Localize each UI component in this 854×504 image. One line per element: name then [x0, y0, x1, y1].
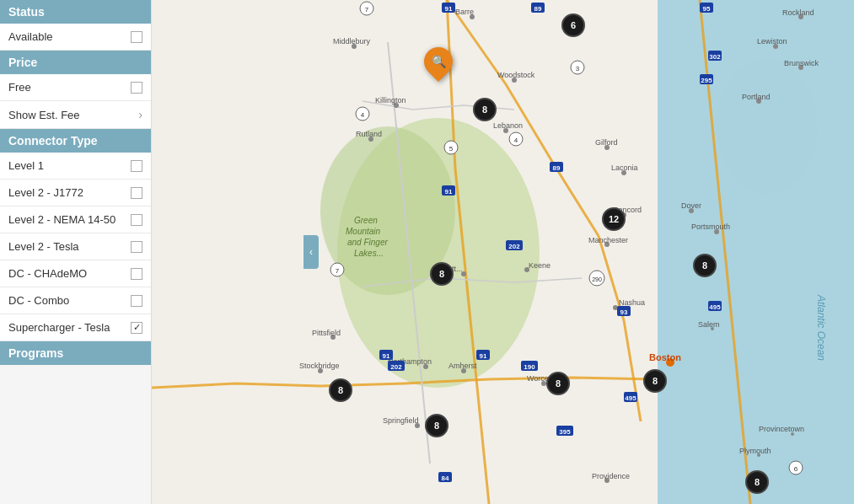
- price-section-header: Price: [0, 51, 151, 74]
- svg-text:Boston: Boston: [649, 352, 681, 362]
- level2-j1772-label: Level 2 - J1772: [8, 186, 83, 199]
- svg-text:Dover: Dover: [681, 201, 701, 210]
- show-est-fee-filter[interactable]: Show Est. Fee ›: [0, 101, 151, 129]
- svg-text:290: 290: [592, 276, 602, 282]
- svg-text:95: 95: [703, 5, 711, 13]
- svg-text:89: 89: [553, 164, 561, 172]
- supercharger-tesla-checkbox[interactable]: [131, 322, 142, 334]
- show-est-fee-label: Show Est. Fee: [8, 109, 80, 121]
- svg-text:4: 4: [361, 111, 365, 119]
- cluster-marker[interactable]: 12: [602, 207, 626, 231]
- svg-text:Gilford: Gilford: [595, 138, 618, 147]
- dc-chademo-checkbox[interactable]: [131, 268, 142, 280]
- svg-text:Lebanon: Lebanon: [493, 121, 523, 130]
- available-checkbox[interactable]: [131, 31, 142, 43]
- svg-text:and Finger: and Finger: [347, 238, 388, 247]
- supercharger-tesla-filter[interactable]: Supercharger - Tesla: [0, 314, 151, 341]
- level2-j1772-filter[interactable]: Level 2 - J1772: [0, 180, 151, 206]
- available-filter[interactable]: Available: [0, 24, 151, 51]
- level2-j1772-checkbox[interactable]: [131, 187, 142, 199]
- free-checkbox[interactable]: [131, 82, 142, 94]
- level1-checkbox[interactable]: [131, 160, 142, 172]
- svg-text:Woodstock: Woodstock: [497, 71, 535, 79]
- svg-text:Portland: Portland: [742, 93, 771, 101]
- level2-tesla-filter[interactable]: Level 2 - Tesla: [0, 233, 151, 260]
- cluster-marker[interactable]: 8: [643, 369, 667, 393]
- svg-text:89: 89: [534, 5, 542, 13]
- cluster-marker[interactable]: 8: [430, 262, 454, 286]
- cluster-marker[interactable]: 6: [561, 13, 585, 37]
- programs-section-header: Programs: [0, 341, 151, 365]
- search-icon: 🔍: [432, 55, 446, 68]
- svg-text:Atlantic Ocean: Atlantic Ocean: [815, 294, 827, 361]
- cluster-marker[interactable]: 8: [425, 414, 448, 437]
- map-background: Middlebury Barre Woodstock Lebanon Killi…: [152, 0, 854, 504]
- svg-text:Brunswick: Brunswick: [784, 59, 819, 67]
- svg-text:4: 4: [514, 137, 518, 144]
- svg-text:302: 302: [709, 53, 721, 61]
- svg-text:295: 295: [701, 77, 712, 84]
- svg-text:Lewiston: Lewiston: [757, 37, 787, 46]
- sidebar-toggle-button[interactable]: ‹: [303, 235, 319, 269]
- cluster-marker[interactable]: 8: [473, 98, 497, 121]
- sidebar: Status Available Price Free Show Est. Fe…: [0, 0, 152, 504]
- svg-text:91: 91: [445, 188, 453, 196]
- svg-text:Middlebury: Middlebury: [333, 37, 371, 46]
- svg-text:3: 3: [576, 65, 580, 72]
- svg-text:7: 7: [336, 267, 340, 275]
- svg-text:Stockbridge: Stockbridge: [299, 362, 340, 370]
- svg-text:Nashua: Nashua: [619, 298, 645, 307]
- svg-text:Plymouth: Plymouth: [739, 447, 771, 455]
- svg-text:Portsmouth: Portsmouth: [691, 223, 730, 231]
- level2-nema1450-filter[interactable]: Level 2 - NEMA 14-50: [0, 206, 151, 233]
- level1-filter[interactable]: Level 1: [0, 153, 151, 180]
- dc-chademo-filter[interactable]: DC - CHAdeMO: [0, 260, 151, 287]
- level2-tesla-checkbox[interactable]: [131, 241, 142, 253]
- free-label: Free: [8, 81, 31, 94]
- svg-text:84: 84: [442, 475, 449, 482]
- svg-text:Killington: Killington: [375, 96, 406, 105]
- svg-text:Laconia: Laconia: [611, 164, 638, 172]
- search-location-pin[interactable]: 🔍: [424, 47, 453, 76]
- level2-tesla-label: Level 2 - Tesla: [8, 240, 79, 253]
- svg-text:Springfield: Springfield: [383, 416, 419, 425]
- svg-text:91: 91: [383, 352, 390, 360]
- level2-nema1450-label: Level 2 - NEMA 14-50: [8, 213, 115, 226]
- connector-type-section-header: Connector Type: [0, 129, 151, 153]
- svg-text:190: 190: [524, 363, 535, 371]
- cluster-marker[interactable]: 8: [745, 470, 769, 494]
- dc-combo-checkbox[interactable]: [131, 295, 142, 307]
- show-est-fee-arrow: ›: [138, 108, 142, 121]
- dc-chademo-label: DC - CHAdeMO: [8, 267, 87, 280]
- map-container[interactable]: Middlebury Barre Woodstock Lebanon Killi…: [152, 0, 854, 504]
- dc-combo-filter[interactable]: DC - Combo: [0, 287, 151, 314]
- svg-text:Barre: Barre: [455, 8, 474, 16]
- svg-point-3: [717, 59, 818, 194]
- svg-text:93: 93: [620, 308, 628, 316]
- svg-text:91: 91: [480, 352, 487, 360]
- svg-text:495: 495: [709, 303, 721, 311]
- svg-text:Keene: Keene: [529, 261, 551, 270]
- svg-text:Provincetown: Provincetown: [759, 425, 804, 433]
- supercharger-tesla-label: Supercharger - Tesla: [8, 321, 110, 334]
- svg-text:395: 395: [559, 428, 571, 436]
- svg-text:Rockland: Rockland: [782, 8, 814, 17]
- svg-text:Manchester: Manchester: [588, 236, 628, 244]
- svg-text:Amherst: Amherst: [448, 362, 477, 370]
- level1-label: Level 1: [8, 159, 44, 172]
- cluster-marker[interactable]: 8: [693, 254, 717, 277]
- svg-text:495: 495: [625, 394, 636, 402]
- svg-text:202: 202: [390, 363, 402, 371]
- svg-text:6: 6: [794, 465, 798, 473]
- cluster-marker[interactable]: 8: [329, 378, 352, 402]
- status-section-header: Status: [0, 0, 151, 24]
- svg-text:Green: Green: [354, 216, 378, 225]
- dc-combo-label: DC - Combo: [8, 294, 69, 307]
- free-filter[interactable]: Free: [0, 74, 151, 101]
- svg-text:Rutland: Rutland: [356, 130, 382, 138]
- cluster-marker[interactable]: 8: [546, 372, 570, 395]
- level2-nema1450-checkbox[interactable]: [131, 214, 142, 226]
- svg-text:Salem: Salem: [698, 320, 720, 329]
- available-label: Available: [8, 30, 53, 43]
- svg-text:Pittsfield: Pittsfield: [312, 329, 341, 337]
